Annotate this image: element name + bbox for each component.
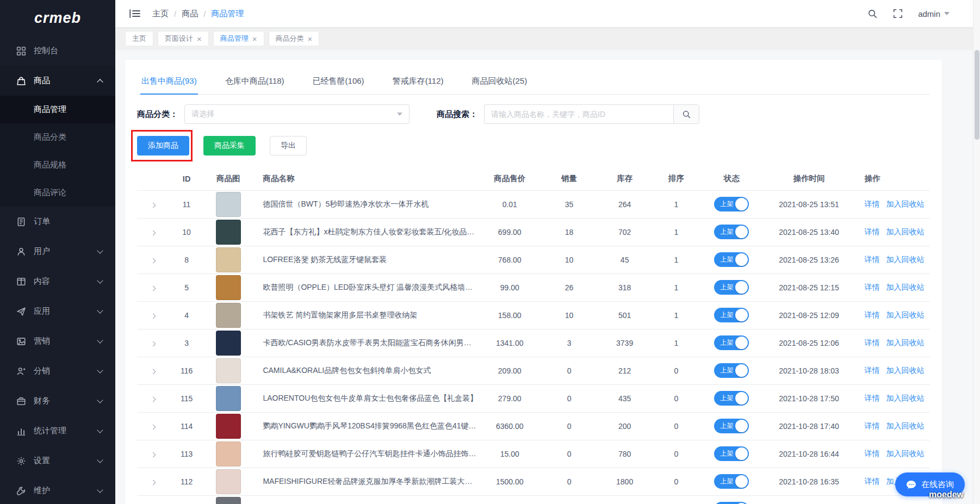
recycle-link[interactable]: 加入回收站 (886, 200, 924, 208)
status-toggle[interactable]: 上架 (714, 474, 749, 489)
breadcrumb-item[interactable]: 商品 (182, 9, 198, 19)
sidebar-subitem[interactable]: 商品管理 (0, 96, 115, 123)
detail-link[interactable]: 详情 (864, 394, 879, 402)
status-toggle[interactable]: 上架 (714, 308, 749, 322)
product-sort: 0 (653, 440, 700, 468)
status-toggle[interactable]: 上架 (714, 419, 749, 433)
sidebar-item-3[interactable]: 用户 (0, 237, 115, 266)
product-sort: 0 (653, 412, 700, 440)
add-product-button[interactable]: 添加商品 (137, 136, 189, 155)
sidebar-item-7[interactable]: 分销 (0, 356, 115, 386)
chevron-down-icon (397, 113, 402, 116)
row-expand-chevron[interactable] (150, 202, 156, 208)
close-icon[interactable]: × (252, 35, 257, 43)
action-buttons: 添加商品 商品采集 导出 (137, 136, 930, 155)
recycle-link[interactable]: 加入回收站 (886, 255, 924, 264)
recycle-link[interactable]: 加入回收站 (886, 421, 924, 430)
page-tag[interactable]: 主页 (125, 31, 153, 46)
sidebar-item-6[interactable]: 营销 (0, 326, 115, 356)
row-expand-chevron[interactable] (150, 285, 156, 291)
row-expand-chevron[interactable] (150, 424, 156, 430)
detail-link[interactable]: 详情 (864, 421, 879, 430)
product-name: LAORENTOU包包女包牛皮单肩女士包包奢侈品蓝色【礼盒装】 (252, 384, 478, 412)
sidebar-item-1[interactable]: 商品 (0, 66, 115, 96)
detail-link[interactable]: 详情 (864, 366, 879, 375)
sidebar-subitem[interactable]: 商品评论 (0, 179, 115, 207)
detail-link[interactable]: 详情 (864, 338, 879, 347)
page-tag[interactable]: 页面设计× (158, 31, 209, 46)
scrollbar-track[interactable] (973, 0, 980, 504)
tab-2[interactable]: 已经售罄(106) (312, 71, 365, 95)
row-expand-chevron[interactable] (150, 369, 156, 374)
breadcrumb-item[interactable]: 商品管理 (211, 9, 244, 19)
status-toggle-knob (735, 447, 748, 460)
search-button[interactable] (673, 104, 699, 124)
collect-product-button[interactable]: 商品采集 (203, 136, 256, 155)
recycle-link[interactable]: 加入回收站 (886, 283, 924, 291)
sidebar-subitem[interactable]: 商品分类 (0, 123, 115, 151)
sidebar-item-2[interactable]: 订单 (0, 207, 115, 237)
sidebar-item-10[interactable]: 设置 (0, 446, 115, 476)
detail-link[interactable]: 详情 (864, 310, 879, 319)
recycle-link[interactable]: 加入回收站 (886, 227, 924, 236)
operation-time: 2021-10-28 17:50 (764, 384, 855, 412)
detail-link[interactable]: 详情 (864, 200, 879, 208)
recycle-link[interactable]: 加入回收站 (886, 394, 924, 402)
category-select[interactable]: 请选择 (184, 104, 410, 124)
row-expand-chevron[interactable] (150, 480, 156, 485)
tab-4[interactable]: 商品回收站(25) (471, 71, 529, 95)
product-thumbnail (216, 469, 241, 494)
status-toggle[interactable]: 上架 (714, 280, 749, 295)
status-toggle[interactable]: 上架 (714, 335, 749, 350)
breadcrumb-item[interactable]: 主页 (152, 9, 169, 19)
row-expand-chevron[interactable] (150, 230, 156, 235)
search-icon[interactable] (867, 9, 878, 19)
sidebar-item-5[interactable]: 应用 (0, 296, 115, 326)
row-expand-chevron[interactable] (150, 341, 156, 346)
tab-1[interactable]: 仓库中商品(118) (224, 71, 286, 95)
recycle-link[interactable]: 加入回收站 (886, 310, 924, 319)
status-toggle[interactable]: 上架 (714, 446, 749, 461)
row-expand-chevron[interactable] (150, 313, 156, 319)
detail-link[interactable]: 详情 (864, 283, 879, 291)
page-tag[interactable]: 商品管理× (213, 31, 264, 46)
product-price: 768.00 (478, 246, 542, 273)
close-icon[interactable]: × (197, 35, 202, 43)
sidebar-item-8[interactable]: 财务 (0, 386, 115, 416)
sidebar-item-11[interactable]: 维护 (0, 476, 115, 504)
detail-link[interactable]: 详情 (864, 227, 879, 236)
row-expand-chevron[interactable] (150, 396, 156, 402)
recycle-link[interactable]: 加入回收站 (886, 366, 924, 375)
page-tag[interactable]: 商品分类× (269, 31, 320, 46)
chevron-down-icon (97, 427, 103, 433)
detail-link[interactable]: 详情 (864, 255, 879, 264)
content-card: 出售中商品(93)仓库中商品(118)已经售罄(106)警戒库存(112)商品回… (125, 60, 942, 504)
status-toggle[interactable]: 上架 (714, 252, 749, 267)
status-toggle[interactable]: 上架 (714, 197, 749, 211)
recycle-link[interactable]: 加入回收站 (886, 338, 924, 347)
sidebar-item-0[interactable]: 控制台 (0, 36, 115, 66)
scrollbar-thumb[interactable] (975, 50, 979, 140)
sidebar-item-9[interactable]: 统计管理 (0, 416, 115, 446)
status-toggle[interactable]: 上架 (714, 502, 749, 504)
row-expand-chevron[interactable] (150, 258, 156, 263)
product-thumbnail (216, 275, 241, 300)
export-button[interactable]: 导出 (270, 136, 307, 155)
tab-3[interactable]: 警戒库存(112) (392, 71, 445, 95)
user-menu[interactable]: admin (918, 9, 950, 18)
recycle-link[interactable]: 加入回收站 (886, 449, 924, 458)
detail-link[interactable]: 详情 (864, 477, 879, 486)
tab-0[interactable]: 出售中商品(93) (140, 71, 198, 95)
sidebar-item-label: 维护 (34, 486, 50, 496)
status-toggle[interactable]: 上架 (714, 391, 749, 406)
status-toggle[interactable]: 上架 (714, 225, 749, 239)
sidebar-subitem[interactable]: 商品规格 (0, 151, 115, 179)
row-expand-chevron[interactable] (150, 452, 156, 457)
status-toggle[interactable]: 上架 (714, 363, 749, 378)
sidebar-item-4[interactable]: 内容 (0, 266, 115, 296)
fullscreen-icon[interactable] (893, 9, 903, 18)
close-icon[interactable]: × (308, 35, 313, 43)
menu-collapse-icon[interactable] (129, 9, 140, 18)
detail-link[interactable]: 详情 (864, 449, 879, 458)
product-search-input[interactable] (484, 104, 673, 124)
